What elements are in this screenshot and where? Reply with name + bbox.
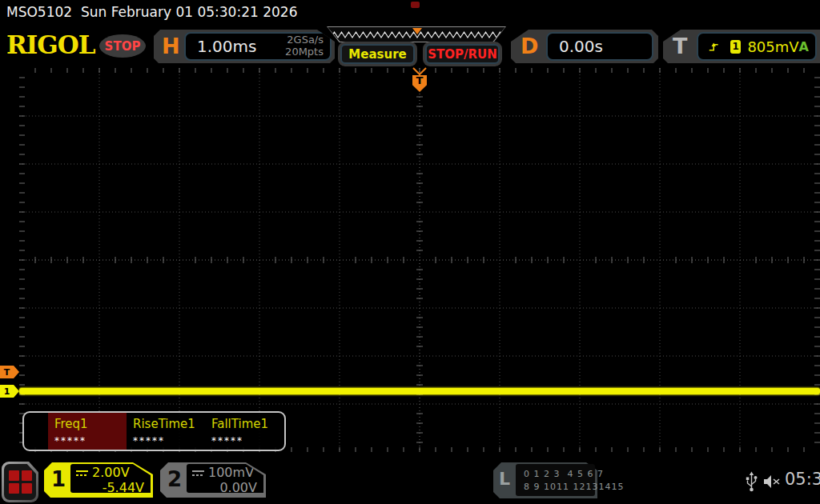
delay-value: 0.00s — [559, 37, 603, 56]
memory-depth: 20Mpts — [285, 46, 324, 58]
alert-indicator-icon — [411, 2, 420, 8]
horizontal-label: H — [162, 30, 180, 63]
delay-label: D — [521, 30, 538, 63]
channel1-trace — [19, 388, 820, 394]
measurement-panel[interactable]: Freq1 ***** RiseTime1 ***** FallTime1 **… — [22, 411, 286, 451]
trigger-level-marker[interactable]: T — [0, 366, 19, 378]
grid-lines — [19, 68, 820, 452]
clock: 05:30 — [785, 470, 820, 489]
graticule: T — [19, 68, 820, 452]
measurement-falltime1[interactable]: FallTime1 ***** — [205, 413, 283, 450]
overview-trigger-marker-icon — [412, 28, 422, 34]
rising-edge-icon — [709, 41, 719, 53]
channel-2-number: 2 — [167, 467, 182, 491]
logic-channels-widget[interactable]: L 0 1 2 3 4 5 6 78 9 1011 12131415 — [493, 462, 597, 498]
trigger-label: T — [673, 30, 687, 63]
dc-coupling-icon — [76, 470, 88, 477]
horizontal-section[interactable]: H 1.00ms 2GSa/s 20Mpts — [154, 30, 335, 63]
measurement-freq1[interactable]: Freq1 ***** — [48, 413, 127, 450]
channel-2-widget[interactable]: 2 100mV 0.00V — [160, 462, 266, 498]
logic-row1: 0 1 2 3 4 5 6 7 — [524, 469, 604, 479]
logic-row2: 8 9 1011 12131415 — [524, 482, 624, 492]
datetime-label: Sun February 01 05:30:21 2026 — [81, 4, 298, 20]
channel1-ground-marker[interactable]: 1 — [0, 385, 19, 398]
measure-button[interactable]: Measure — [340, 44, 415, 64]
delay-box[interactable]: 0.00s — [546, 32, 653, 61]
model-label: MSO5102 — [6, 4, 72, 20]
rigol-logo: RIGOL — [6, 30, 95, 59]
sample-rate: 2GSa/s — [287, 34, 324, 46]
channel-1-number: 1 — [51, 467, 66, 491]
menu-grid-icon[interactable] — [2, 462, 38, 502]
waveform-overview-strip[interactable] — [327, 26, 506, 42]
channel-1-scale: 2.00V — [92, 465, 130, 480]
timebase-value: 1.00ms — [197, 37, 256, 56]
delay-section[interactable]: D 0.00s — [511, 30, 658, 63]
speaker-muted-icon — [762, 474, 782, 490]
trigger-box[interactable]: 1 805mV A — [697, 32, 817, 61]
usb-icon — [746, 471, 758, 493]
dc-coupling-icon — [192, 470, 204, 477]
oscilloscope-screen: MSO5102 Sun February 01 05:30:21 2026 RI… — [0, 0, 820, 504]
status-bar: MSO5102 Sun February 01 05:30:21 2026 — [6, 4, 297, 20]
trigger-position-v-icon — [412, 67, 428, 75]
trigger-position-shield: T — [412, 75, 427, 92]
channel-1-widget[interactable]: 1 2.00V -5.44V — [44, 462, 153, 498]
stop-run-button[interactable]: STOP/RUN — [425, 44, 500, 64]
trigger-sweep-mode: A — [799, 39, 809, 54]
trigger-level-value: 805mV — [747, 38, 798, 55]
trigger-source-badge: 1 — [730, 40, 741, 54]
measurement-risetime1[interactable]: RiseTime1 ***** — [127, 413, 205, 450]
acquisition-state-badge: STOP — [99, 34, 146, 58]
timebase-box[interactable]: 1.00ms 2GSa/s 20Mpts — [184, 32, 332, 61]
trigger-section[interactable]: T 1 805mV A — [663, 30, 820, 63]
trigger-position-marker[interactable]: T — [412, 68, 428, 95]
channel-2-scale: 100mV — [208, 465, 254, 480]
logic-label: L — [499, 469, 510, 489]
